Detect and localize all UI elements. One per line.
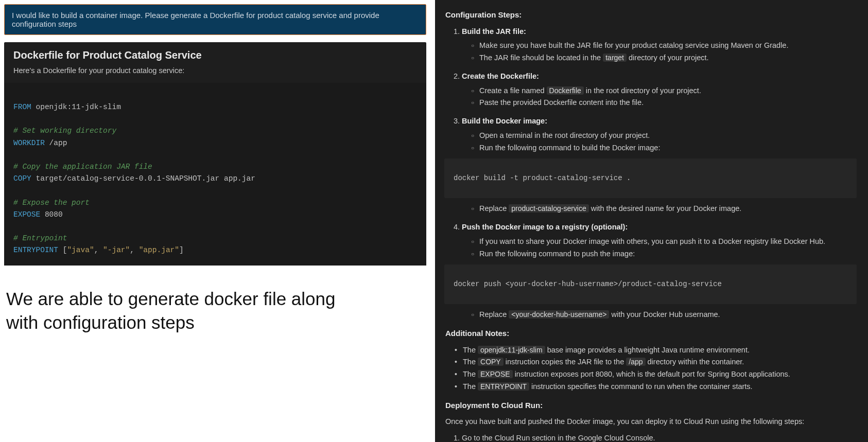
config-steps-list: Build the JAR file: Make sure you have b… bbox=[462, 26, 857, 321]
code-string: "-jar" bbox=[103, 246, 130, 254]
text: The bbox=[463, 358, 478, 366]
list-item: The JAR file should be located in the ta… bbox=[471, 52, 857, 64]
list-item: Open a terminal in the root directory of… bbox=[471, 130, 857, 142]
text: Make sure you have built the JAR file fo… bbox=[479, 41, 788, 49]
step-sublist: If you want to share your Docker image w… bbox=[471, 236, 857, 260]
text: Replace bbox=[479, 204, 509, 213]
inline-code: ENTRYPOINT bbox=[478, 382, 529, 391]
step-sublist: Replace product-catalog-service with the… bbox=[471, 203, 857, 215]
config-steps-heading: Configuration Steps: bbox=[445, 9, 857, 21]
deployment-steps-list: Go to the Cloud Run section in the Googl… bbox=[462, 433, 857, 442]
step-sublist: Make sure you have built the JAR file fo… bbox=[471, 40, 857, 64]
left-column: I would like to build a container image.… bbox=[4, 4, 426, 266]
list-item: Make sure you have built the JAR file fo… bbox=[471, 40, 857, 51]
text: with your Docker Hub username. bbox=[609, 310, 720, 319]
list-item: Create a file named Dockerfile in the ro… bbox=[471, 85, 857, 97]
list-item: Replace product-catalog-service with the… bbox=[471, 203, 857, 215]
text: Run the following command to build the D… bbox=[479, 144, 660, 152]
command-block: docker push <your-docker-hub-username>/p… bbox=[444, 264, 857, 304]
additional-notes-list: The openjdk:11-jdk-slim base image provi… bbox=[455, 345, 857, 393]
text: The bbox=[463, 346, 478, 354]
additional-notes-heading: Additional Notes: bbox=[445, 328, 857, 340]
inline-code: EXPOSE bbox=[478, 370, 513, 378]
text: Replace bbox=[479, 310, 509, 319]
inline-code: COPY bbox=[478, 358, 504, 366]
step-sublist: Create a file named Dockerfile in the ro… bbox=[471, 85, 857, 109]
code-string: "java" bbox=[67, 246, 94, 254]
step-build-jar: Build the JAR file: Make sure you have b… bbox=[462, 26, 857, 64]
text: instruction copies the JAR file to the bbox=[504, 358, 627, 366]
list-item: The COPY instruction copies the JAR file… bbox=[455, 357, 857, 368]
code-keyword: WORKDIR bbox=[13, 139, 45, 147]
text: with the desired name for your Docker im… bbox=[589, 204, 742, 213]
deployment-intro: Once you have built and pushed the Docke… bbox=[445, 416, 857, 428]
text: base image provides a lightweight Java r… bbox=[545, 346, 750, 354]
code-comment: # Copy the application JAR file bbox=[13, 163, 152, 171]
code-keyword: FROM bbox=[13, 103, 31, 111]
code-text: [ bbox=[58, 246, 67, 254]
text: The bbox=[463, 382, 478, 391]
text: instruction exposes port 8080, which is … bbox=[513, 370, 790, 378]
list-item: Paste the provided Dockerfile content in… bbox=[471, 97, 857, 109]
dockerfile-code-block: FROM openjdk:11-jdk-slim # Set working d… bbox=[4, 83, 426, 266]
step-title: Build the JAR file: bbox=[462, 27, 526, 36]
code-string: "app.jar" bbox=[139, 246, 179, 254]
deployment-heading: Deployment to Cloud Run: bbox=[445, 400, 857, 412]
text: Paste the provided Dockerfile content in… bbox=[479, 98, 644, 107]
response-title: Dockerfile for Product Catalog Service bbox=[13, 49, 417, 61]
assistant-response: Dockerfile for Product Catalog Service H… bbox=[4, 42, 426, 266]
text: instruction specifies the command to run… bbox=[529, 382, 753, 391]
text: The bbox=[463, 370, 478, 378]
list-item: Replace <your-docker-hub-username> with … bbox=[471, 309, 857, 321]
step-title: Build the Docker image: bbox=[462, 117, 547, 125]
inline-code: product-catalog-service bbox=[509, 204, 589, 213]
text: The JAR file should be located in the bbox=[479, 54, 603, 62]
user-prompt: I would like to build a container image.… bbox=[4, 4, 426, 35]
code-text: ] bbox=[179, 246, 184, 254]
text: in the root directory of your project. bbox=[584, 86, 701, 95]
code-keyword: COPY bbox=[13, 174, 31, 183]
list-item: The openjdk:11-jdk-slim base image provi… bbox=[455, 345, 857, 356]
inline-code: /app bbox=[626, 358, 645, 366]
text: Run the following command to push the im… bbox=[479, 250, 635, 258]
inline-code: target bbox=[603, 54, 627, 62]
step-create-dockerfile: Create the Dockerfile: Create a file nam… bbox=[462, 71, 857, 109]
text: Open a terminal in the root directory of… bbox=[479, 131, 650, 139]
list-item: If you want to share your Docker image w… bbox=[471, 236, 857, 247]
right-column: Configuration Steps: Build the JAR file:… bbox=[435, 0, 868, 442]
list-item: The ENTRYPOINT instruction specifies the… bbox=[455, 381, 857, 393]
text: directory of your project. bbox=[627, 54, 709, 62]
command-block: docker build -t product-catalog-service … bbox=[444, 158, 857, 198]
code-text: 8080 bbox=[40, 210, 63, 219]
response-subtitle: Here's a Dockerfile for your product cat… bbox=[13, 66, 417, 75]
code-keyword: ENTRYPOINT bbox=[13, 246, 58, 254]
inline-code: openjdk:11-jdk-slim bbox=[478, 346, 545, 354]
list-item: The EXPOSE instruction exposes port 8080… bbox=[455, 369, 857, 380]
step-sublist: Open a terminal in the root directory of… bbox=[471, 130, 857, 154]
inline-code: Dockerfile bbox=[547, 86, 584, 95]
slide-caption: We are able to generate docker file alon… bbox=[6, 287, 367, 334]
code-text: /app bbox=[45, 139, 67, 147]
text: directory within the container. bbox=[646, 358, 744, 366]
step-title: Create the Dockerfile: bbox=[462, 72, 539, 80]
list-item: Go to the Cloud Run section in the Googl… bbox=[462, 433, 857, 442]
list-item: Run the following command to build the D… bbox=[471, 143, 857, 154]
code-text: , bbox=[130, 246, 138, 254]
code-keyword: EXPOSE bbox=[13, 210, 40, 219]
step-sublist: Replace <your-docker-hub-username> with … bbox=[471, 309, 857, 321]
text: Create a file named bbox=[479, 86, 547, 95]
code-text: target/catalog-service-0.0.1-SNAPSHOT.ja… bbox=[31, 174, 255, 183]
step-build-image: Build the Docker image: Open a terminal … bbox=[462, 116, 857, 215]
code-comment: # Set working directory bbox=[13, 127, 116, 135]
code-text: , bbox=[94, 246, 103, 254]
code-text: openjdk:11-jdk-slim bbox=[31, 103, 121, 111]
text: If you want to share your Docker image w… bbox=[479, 237, 825, 245]
code-comment: # Expose the port bbox=[13, 199, 90, 207]
step-push-image: Push the Docker image to a registry (opt… bbox=[462, 222, 857, 321]
code-comment: # Entrypoint bbox=[13, 234, 67, 242]
step-title: Push the Docker image to a registry (opt… bbox=[462, 223, 628, 231]
inline-code: <your-docker-hub-username> bbox=[509, 310, 609, 319]
list-item: Run the following command to push the im… bbox=[471, 249, 857, 260]
